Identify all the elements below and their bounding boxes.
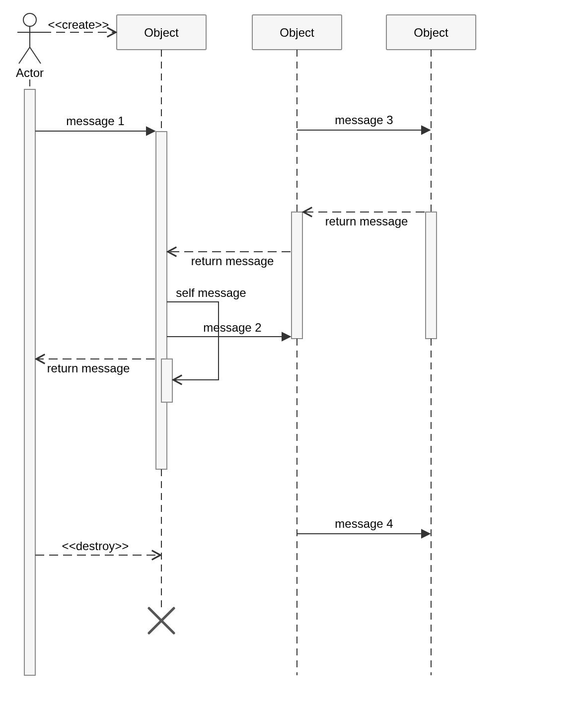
msg-4-label: message 4 xyxy=(335,517,393,530)
msg-3-label: message 3 xyxy=(335,113,393,127)
object-3-label: Object xyxy=(414,26,448,39)
object-3: Object xyxy=(386,15,476,50)
msg-return-1-actor-label: return message xyxy=(47,361,130,375)
msg-return-3-2-label: return message xyxy=(325,214,408,228)
obj2-activation xyxy=(292,212,302,339)
msg-destroy-label: <<destroy>> xyxy=(62,539,129,553)
msg-return-2-1-label: return message xyxy=(191,254,274,268)
actor: Actor xyxy=(16,13,44,79)
obj3-activation xyxy=(426,212,437,339)
obj1-activation xyxy=(156,132,167,469)
svg-line-3 xyxy=(19,47,30,64)
object-2: Object xyxy=(252,15,342,50)
destruction-icon xyxy=(149,608,174,633)
msg-1-label: message 1 xyxy=(66,114,124,128)
svg-point-0 xyxy=(23,13,36,26)
msg-create-label: <<create>> xyxy=(48,18,109,31)
msg-self-label: self message xyxy=(176,286,246,299)
object-1-label: Object xyxy=(144,26,179,39)
actor-label: Actor xyxy=(16,66,44,79)
object-1: Object xyxy=(117,15,206,50)
obj1-activation-nested xyxy=(161,359,172,402)
object-2-label: Object xyxy=(280,26,314,39)
msg-2-label: message 2 xyxy=(203,321,261,334)
actor-activation xyxy=(24,89,35,675)
msg-self xyxy=(167,302,219,380)
svg-line-4 xyxy=(30,47,41,64)
sequence-diagram: Actor Object Object Object <<create>> me… xyxy=(0,0,588,712)
